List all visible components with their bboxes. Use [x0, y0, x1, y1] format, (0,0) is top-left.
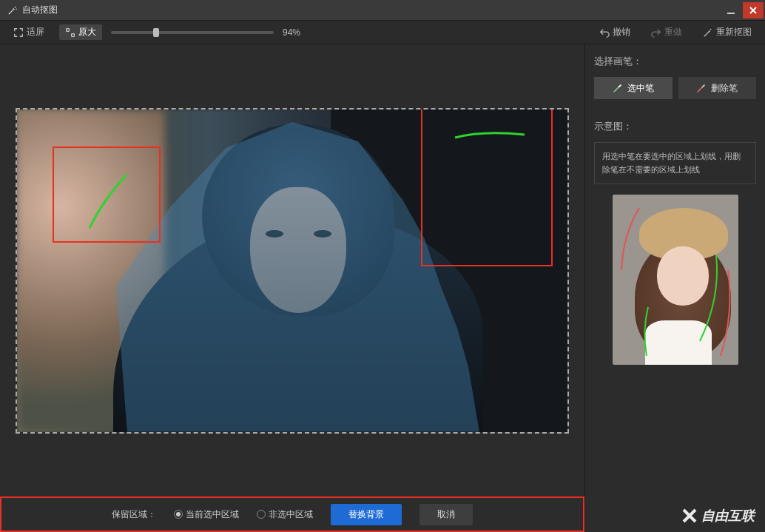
hint-text: 用选中笔在要选中的区域上划线，用删除笔在不需要的区域上划线 — [594, 142, 756, 184]
radio-dot-icon — [257, 510, 266, 519]
close-button[interactable] — [743, 2, 764, 18]
select-brush-icon — [613, 83, 623, 93]
delete-brush-icon — [696, 83, 707, 93]
select-stroke-1 — [82, 169, 141, 235]
bottom-bar: 保留区域： 当前选中区域 非选中区域 替换背景 取消 — [0, 496, 584, 532]
original-icon — [65, 27, 75, 38]
select-stroke-2 — [454, 127, 528, 142]
toolbar: 适屏 原大 94% 撤销 重做 重新抠图 — [0, 21, 765, 44]
redo-icon — [651, 27, 661, 38]
example-select-stroke-2 — [638, 306, 656, 357]
radio-current-label: 当前选中区域 — [186, 508, 239, 521]
svg-rect-4 — [72, 33, 75, 36]
select-brush-button[interactable]: 选中笔 — [594, 77, 673, 99]
original-size-button[interactable]: 原大 — [59, 24, 102, 40]
replace-background-button[interactable]: 替换背景 — [331, 504, 402, 525]
redo-label: 重做 — [664, 26, 682, 38]
cancel-button[interactable]: 取消 — [419, 504, 473, 525]
svg-point-1 — [16, 8, 17, 9]
fit-icon — [13, 27, 24, 38]
delete-brush-button[interactable]: 删除笔 — [678, 77, 757, 99]
minimize-icon — [727, 6, 735, 15]
fit-screen-button[interactable]: 适屏 — [7, 24, 50, 40]
undo-label: 撤销 — [613, 26, 630, 38]
canvas[interactable] — [16, 108, 569, 434]
watermark-text: 自由互联 — [701, 507, 755, 525]
select-brush-label: 选中笔 — [627, 82, 654, 95]
watermark: 自由互联 — [681, 507, 755, 525]
radio-current-selection[interactable]: 当前选中区域 — [174, 508, 239, 521]
zoom-slider-thumb[interactable] — [153, 28, 159, 37]
svg-rect-3 — [67, 28, 70, 31]
recut-label: 重新抠图 — [716, 26, 752, 38]
keep-area-label: 保留区域： — [112, 508, 156, 521]
zoom-percent: 94% — [283, 27, 312, 38]
redo-button[interactable]: 重做 — [645, 24, 688, 40]
svg-point-5 — [710, 28, 712, 30]
svg-rect-2 — [727, 13, 735, 14]
window-title: 自动抠图 — [22, 4, 721, 16]
original-label: 原大 — [78, 26, 96, 38]
side-panel: 选择画笔： 选中笔 删除笔 示意图： 用选中笔在要选中的区域上划线，用删除笔在不… — [584, 44, 765, 532]
undo-icon — [599, 27, 610, 38]
svg-point-0 — [15, 6, 16, 7]
recut-button[interactable]: 重新抠图 — [697, 24, 758, 40]
fit-label: 适屏 — [27, 26, 44, 38]
example-select-stroke-1 — [694, 254, 724, 343]
close-icon — [749, 6, 758, 15]
undo-button[interactable]: 撤销 — [593, 24, 636, 40]
watermark-icon — [681, 507, 698, 525]
example-image — [613, 195, 738, 365]
wand-icon — [7, 5, 18, 16]
radio-dot-icon — [174, 510, 183, 519]
radio-non-selection[interactable]: 非选中区域 — [257, 508, 313, 521]
recut-icon — [703, 27, 713, 38]
delete-brush-label: 删除笔 — [711, 82, 738, 95]
minimize-button[interactable] — [721, 2, 741, 18]
zoom-slider[interactable] — [111, 31, 274, 34]
example-delete-stroke-1 — [617, 205, 647, 272]
example-section-title: 示意图： — [594, 120, 756, 133]
brush-section-title: 选择画笔： — [594, 55, 756, 68]
radio-non-label: 非选中区域 — [269, 508, 313, 521]
